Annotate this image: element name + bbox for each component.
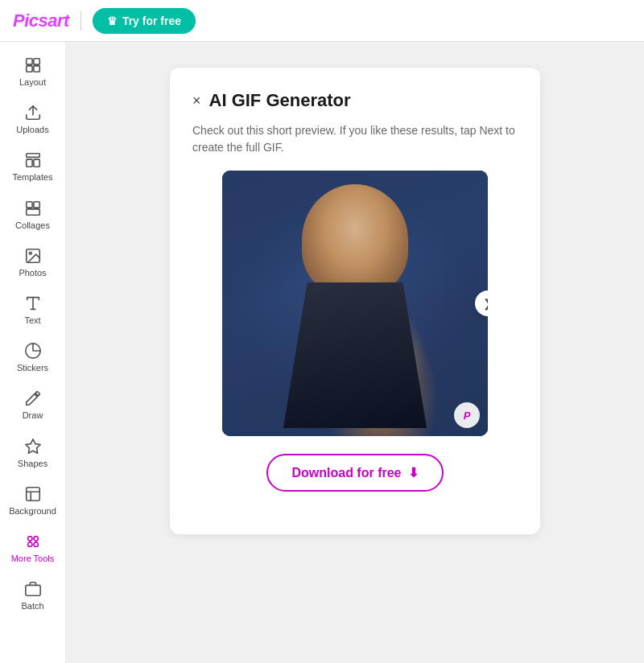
sidebar-item-label: Uploads xyxy=(16,125,48,135)
svg-rect-16 xyxy=(26,487,39,500)
sidebar-item-label: More Tools xyxy=(11,554,55,564)
shapes-icon xyxy=(24,438,42,455)
svg-point-20 xyxy=(33,542,37,547)
collages-icon xyxy=(24,200,42,217)
text-icon xyxy=(24,294,42,312)
crown-icon: ♛ xyxy=(107,14,118,27)
main-layout: Layout Uploads Templates xyxy=(0,42,644,663)
sidebar-item-shapes[interactable]: Shapes xyxy=(4,430,62,476)
sidebar-item-background[interactable]: Background xyxy=(4,477,62,523)
sidebar-item-label: Templates xyxy=(12,172,52,183)
svg-rect-8 xyxy=(26,201,31,207)
svg-point-18 xyxy=(33,536,37,541)
close-button[interactable]: × xyxy=(192,93,201,108)
sidebar-item-label: Layout xyxy=(19,77,46,88)
download-button-label: Download for free xyxy=(291,466,401,480)
sidebar-item-label: Background xyxy=(9,506,56,517)
templates-icon xyxy=(24,151,42,169)
picsart-watermark: P xyxy=(454,402,480,428)
stickers-icon xyxy=(24,342,42,360)
sidebar-item-batch[interactable]: Batch xyxy=(4,572,62,618)
sidebar-item-templates[interactable]: Templates xyxy=(4,143,62,189)
sidebar-item-label: Text xyxy=(24,315,40,326)
svg-rect-0 xyxy=(26,59,31,64)
sidebar-item-more-tools[interactable]: More Tools xyxy=(4,525,62,570)
preview-image xyxy=(222,171,488,436)
sidebar-item-collages[interactable]: Collages xyxy=(4,191,62,237)
svg-point-19 xyxy=(27,542,32,547)
panel-header: × AI GIF Generator xyxy=(192,90,518,111)
sidebar-item-label: Collages xyxy=(15,220,50,231)
sidebar-item-label: Draw xyxy=(23,410,43,421)
sidebar-item-layout[interactable]: Layout xyxy=(4,48,62,94)
try-for-free-button[interactable]: ♛ Try for free xyxy=(93,8,196,34)
sidebar-item-label: Stickers xyxy=(17,363,48,373)
svg-rect-7 xyxy=(33,159,39,167)
svg-rect-21 xyxy=(25,585,39,595)
sidebar-item-text[interactable]: Text xyxy=(4,286,62,332)
more-tools-icon xyxy=(24,533,42,550)
sidebar-item-label: Batch xyxy=(21,601,43,612)
sidebar-item-uploads[interactable]: Uploads xyxy=(4,96,62,142)
photos-icon xyxy=(24,247,42,265)
sidebar-item-label: Photos xyxy=(19,268,46,278)
svg-marker-15 xyxy=(25,439,39,452)
svg-rect-1 xyxy=(33,59,39,64)
nav-divider xyxy=(80,11,81,31)
svg-rect-3 xyxy=(33,66,39,72)
svg-point-17 xyxy=(27,536,32,541)
svg-rect-6 xyxy=(26,159,31,167)
sidebar: Layout Uploads Templates xyxy=(0,42,66,663)
svg-rect-9 xyxy=(33,201,39,207)
layout-icon xyxy=(24,56,42,74)
download-for-free-button[interactable]: Download for free ⬇ xyxy=(266,454,444,492)
preview-container: P ❯ xyxy=(222,171,488,436)
ai-gif-panel: × AI GIF Generator Check out this short … xyxy=(170,68,540,534)
background-icon xyxy=(24,485,42,503)
topnav: Picsart ♛ Try for free xyxy=(0,0,644,42)
svg-rect-2 xyxy=(26,66,31,72)
sidebar-item-draw[interactable]: Draw xyxy=(4,381,62,427)
download-icon: ⬇ xyxy=(408,465,419,480)
sidebar-item-photos[interactable]: Photos xyxy=(4,239,62,285)
panel-title: AI GIF Generator xyxy=(209,90,351,111)
try-button-label: Try for free xyxy=(122,14,181,27)
batch-icon xyxy=(24,580,42,598)
svg-rect-5 xyxy=(26,154,39,158)
sidebar-item-label: Shapes xyxy=(18,459,47,469)
content-area: × AI GIF Generator Check out this short … xyxy=(66,42,644,663)
picsart-logo: Picsart xyxy=(13,10,69,31)
draw-icon xyxy=(24,389,42,407)
svg-point-12 xyxy=(29,252,31,254)
upload-icon xyxy=(24,104,42,121)
sidebar-item-stickers[interactable]: Stickers xyxy=(4,334,62,380)
svg-rect-10 xyxy=(26,208,39,214)
panel-description: Check out this short preview. If you lik… xyxy=(192,122,518,156)
